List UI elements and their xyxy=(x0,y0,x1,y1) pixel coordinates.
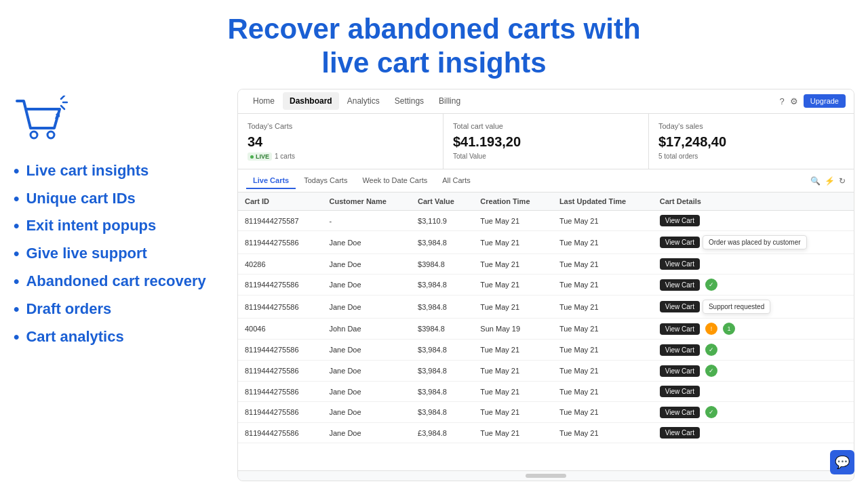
nav-item-dashboard[interactable]: Dashboard xyxy=(283,92,339,110)
view-cart-button[interactable]: View Cart xyxy=(660,301,700,312)
stat-value: 34 xyxy=(248,134,433,150)
chat-fab[interactable]: 💬 xyxy=(830,450,854,474)
table-cell: Tue May 21 xyxy=(553,274,653,296)
table-cell: Tue May 21 xyxy=(473,211,553,231)
table-cell: Tue May 21 xyxy=(473,231,553,254)
tab-week-to-date-carts[interactable]: Week to Date Carts xyxy=(355,173,434,189)
table-cell: Tue May 21 xyxy=(553,361,653,382)
table-cell: 8119444275586 xyxy=(238,423,323,443)
chat-icon: 💬 xyxy=(835,455,850,470)
table-cell: Jane Doe xyxy=(323,231,412,254)
dashboard-panel: HomeDashboardAnalyticsSettingsBilling ? … xyxy=(237,89,854,481)
tab-todays-carts[interactable]: Todays Carts xyxy=(297,173,354,189)
table-cell: 8119444275586 xyxy=(238,340,323,361)
table-cell: Tue May 21 xyxy=(473,296,553,319)
table-cell: 40286 xyxy=(238,254,323,274)
nav-icons: ? ⚙ Upgrade xyxy=(780,94,846,108)
table-cell: 8119444275587 xyxy=(238,211,323,231)
scroll-indicator xyxy=(238,470,854,481)
table-cell: Tue May 21 xyxy=(473,254,553,274)
view-cart-button[interactable]: View Cart xyxy=(660,365,700,377)
cart-details-cell: View Cart!1 xyxy=(653,319,854,340)
cart-details-cell: View Cart✓ xyxy=(653,340,854,361)
table-cell: Tue May 21 xyxy=(553,340,653,361)
cart-details-cell: View CartOrder was placed by customer xyxy=(653,231,854,254)
stat-label: Total cart value xyxy=(453,122,639,130)
tab-actions: 🔍 ⚡ ↻ xyxy=(810,176,846,186)
table-cell: 8119444275586 xyxy=(238,361,323,382)
table-cell: Jane Doe xyxy=(323,296,412,319)
table-cell: Tue May 21 xyxy=(473,340,553,361)
feature-item: Draft orders xyxy=(14,296,224,323)
table-cell: $3,984.8 xyxy=(411,382,473,402)
table-row: 8119444275586Jane Doe$3,984.8Tue May 21T… xyxy=(238,382,854,402)
table-row: 40046John Dae$3984.8Sun May 19Tue May 21… xyxy=(238,319,854,340)
table-cell: Jane Doe xyxy=(323,274,412,296)
page-header: Recover abandoned carts with live cart i… xyxy=(0,0,868,89)
tooltip: Support requested xyxy=(703,300,770,314)
tab-live-carts[interactable]: Live Carts xyxy=(246,173,296,189)
refresh-icon[interactable]: ↻ xyxy=(839,176,846,186)
view-cart-button[interactable]: View Cart xyxy=(660,386,700,397)
col-last-updated-time: Last Updated Time xyxy=(553,192,653,211)
table-tabs: Live CartsTodays CartsWeek to Date Carts… xyxy=(238,169,854,192)
feature-item: Unique cart IDs xyxy=(14,185,224,213)
stat-sub: 5 total orders xyxy=(658,152,844,160)
status-badge-green: ✓ xyxy=(705,365,717,377)
view-cart-button[interactable]: View Cart xyxy=(660,407,700,418)
stat-sub: LIVE1 carts xyxy=(248,152,433,161)
table-cell: Tue May 21 xyxy=(553,319,653,340)
cart-details-cell: View Cart xyxy=(653,423,854,443)
nav-item-home[interactable]: Home xyxy=(246,92,281,110)
table-cell: 8119444275586 xyxy=(238,402,323,423)
nav-item-settings[interactable]: Settings xyxy=(388,92,431,110)
table-row: 8119444275586Jane Doe$3,984.8Tue May 21T… xyxy=(238,274,854,296)
filter-icon[interactable]: ⚡ xyxy=(825,176,835,186)
stat-sub: Total Value xyxy=(453,152,639,160)
view-cart-button[interactable]: View Cart xyxy=(660,344,700,356)
table-cell: John Dae xyxy=(323,319,412,340)
scroll-bar[interactable] xyxy=(526,474,566,478)
table-cell: Tue May 21 xyxy=(473,274,553,296)
cart-icon xyxy=(14,96,224,149)
table-cell: Tue May 21 xyxy=(473,382,553,402)
status-badge-orange: ! xyxy=(705,323,717,335)
view-cart-button[interactable]: View Cart xyxy=(660,215,700,226)
table-row: 8119444275586Jane Doe$3,984.8Tue May 21T… xyxy=(238,296,854,319)
table-row: 8119444275586Jane Doe$3,984.8Tue May 21T… xyxy=(238,231,854,254)
col-cart-details: Cart Details xyxy=(653,192,854,211)
search-icon[interactable]: 🔍 xyxy=(810,176,821,186)
stat-label: Today's sales xyxy=(658,122,844,130)
col-customer-name: Customer Name xyxy=(323,192,412,211)
table-cell: Tue May 21 xyxy=(473,361,553,382)
help-icon[interactable]: ? xyxy=(780,96,785,106)
table-cell: $3984.8 xyxy=(411,254,473,274)
cart-details-cell: View Cart✓ xyxy=(653,361,854,382)
view-cart-button[interactable]: View Cart xyxy=(660,279,700,291)
settings-icon[interactable]: ⚙ xyxy=(790,96,798,106)
table-cell: 8119444275586 xyxy=(238,382,323,402)
upgrade-button[interactable]: Upgrade xyxy=(804,94,846,108)
table-cell: Tue May 21 xyxy=(553,382,653,402)
table-cell: 8119444275586 xyxy=(238,231,323,254)
view-cart-button[interactable]: View Cart xyxy=(660,258,700,270)
nav-item-analytics[interactable]: Analytics xyxy=(340,92,387,110)
table-cell: $3,984.8 xyxy=(411,231,473,254)
svg-line-4 xyxy=(61,106,64,109)
view-cart-button[interactable]: View Cart xyxy=(660,323,700,335)
view-cart-button[interactable]: View Cart xyxy=(660,427,700,439)
cart-details-cell: View CartSupport requested xyxy=(653,296,854,319)
table-cell: Tue May 21 xyxy=(553,211,653,231)
nav-item-billing[interactable]: Billing xyxy=(432,92,467,110)
left-panel: Live cart insightsUnique cart IDsExit in… xyxy=(14,89,224,481)
table-cell: $3,984.8 xyxy=(411,361,473,382)
table-cell: Jane Doe xyxy=(323,423,412,443)
table-cell: Tue May 21 xyxy=(553,231,653,254)
table-cell: Sun May 19 xyxy=(473,319,553,340)
tab-all-carts[interactable]: All Carts xyxy=(435,173,477,189)
table-header-row: Cart IDCustomer NameCart ValueCreation T… xyxy=(238,192,854,211)
main-content: Live cart insightsUnique cart IDsExit in… xyxy=(0,89,868,488)
view-cart-button[interactable]: View Cart xyxy=(660,237,700,248)
table-cell: - xyxy=(323,211,412,231)
table-cell: $3,984.8 xyxy=(411,296,473,319)
